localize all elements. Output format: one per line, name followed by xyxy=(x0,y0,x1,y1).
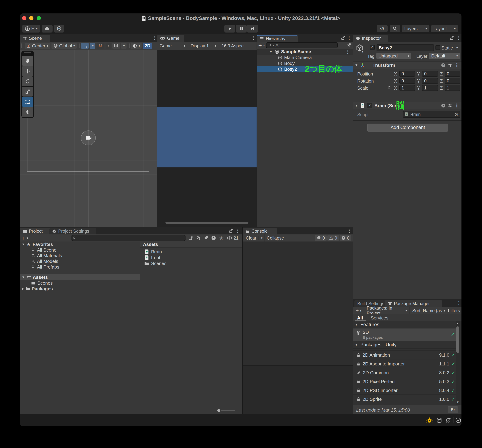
scene-viewport[interactable] xyxy=(20,50,157,227)
tree-favorites[interactable]: ▼ ★ Favorites xyxy=(20,242,140,247)
search-by-type-icon[interactable] xyxy=(196,236,201,240)
package-row-2d-pixel-perfect[interactable]: 2D Pixel Perfect 5.0.3 ✓ xyxy=(353,377,458,386)
rotate-tool-button[interactable] xyxy=(22,76,33,86)
search-by-label-icon[interactable] xyxy=(204,236,208,240)
pm-menu-kebab[interactable]: ⋮ xyxy=(456,300,461,306)
help-icon[interactable]: ? xyxy=(441,63,446,68)
foldout-open-icon[interactable]: ▼ xyxy=(355,104,358,108)
pm-unity-group-header[interactable]: ▼ Packages - Unity xyxy=(353,341,458,349)
error-count-toggle[interactable]: 0 xyxy=(340,235,351,241)
snap-increment-button[interactable] xyxy=(112,43,120,49)
package-row-2d-common[interactable]: 2D Common 8.0.2 ✓ xyxy=(353,368,458,377)
asset-item-foot[interactable]: # Foot xyxy=(140,255,242,261)
tree-assets-scenes[interactable]: Scenes xyxy=(20,280,140,286)
scale-x-field[interactable]: 1 xyxy=(399,85,415,91)
snap-increment-caret[interactable]: ▾ xyxy=(121,43,127,49)
importance-alert-icon[interactable] xyxy=(211,236,216,240)
tree-packages[interactable]: ▶ Packages xyxy=(20,286,140,291)
hidden-count-eye-icon[interactable]: 21 xyxy=(226,236,239,241)
tree-all-models[interactable]: All Models xyxy=(20,259,140,264)
clear-button[interactable]: Clear ▾ xyxy=(244,235,265,242)
static-label[interactable]: Static xyxy=(441,45,453,51)
snap-magnet-button[interactable] xyxy=(97,43,104,49)
presets-icon[interactable] xyxy=(448,103,452,108)
object-name-field[interactable]: Bosy2 xyxy=(377,44,434,51)
broken-link-icon[interactable] xyxy=(387,85,392,90)
render-mode-dropdown[interactable]: ▾ xyxy=(131,43,142,49)
pm-packages-filter-dropdown[interactable]: Packages: In Project▾ xyxy=(364,307,410,314)
tree-all-materials[interactable]: All Materials xyxy=(20,253,140,259)
project-menu-kebab[interactable]: ⋮ xyxy=(235,228,240,233)
game-menu-kebab[interactable]: ⋮ xyxy=(251,35,256,40)
tab-console[interactable]: Console xyxy=(243,228,277,235)
asset-zoom-slider-handle[interactable] xyxy=(217,409,220,412)
global-search-button[interactable] xyxy=(390,25,400,32)
scale-z-field[interactable]: 1 xyxy=(445,85,460,91)
tab-project[interactable]: Project xyxy=(20,228,53,235)
rect-tool-button[interactable] xyxy=(22,97,33,107)
camera-gizmo[interactable] xyxy=(81,131,96,145)
inspector-lock-icon[interactable] xyxy=(450,36,454,40)
drag-handle[interactable] xyxy=(128,44,130,48)
transform-kebab[interactable]: ⋮ xyxy=(454,63,459,68)
game-view-dropdown[interactable]: Game▾ xyxy=(157,42,188,50)
pm-feature-2d-row[interactable]: 2D 8 packages ✓ xyxy=(353,329,458,341)
position-x-field[interactable]: 0 xyxy=(399,71,415,77)
collapse-button[interactable]: Collapse xyxy=(265,235,286,242)
package-row-2d-psd-importer[interactable]: 2D PSD Importer 8.0.4 ✓ xyxy=(353,385,458,395)
package-row-2d-animation[interactable]: 2D Animation 9.1.0 ✓ xyxy=(353,350,458,359)
component-enabled-checkbox[interactable]: ✓ xyxy=(367,103,372,108)
warning-count-toggle[interactable]: ⚠ 0 xyxy=(327,235,339,241)
rotation-x-field[interactable]: 0 xyxy=(399,78,415,84)
tree-row-samplescene[interactable]: ▼ SampleScene ⋮ xyxy=(257,49,353,55)
active-checkbox[interactable]: ✓ xyxy=(370,45,375,50)
scale-y-field[interactable]: 1 xyxy=(422,85,438,91)
game-horizontal-scrollbar[interactable] xyxy=(165,222,249,224)
scroll-down-arrow[interactable]: ▼ xyxy=(456,401,459,404)
drag-handle[interactable] xyxy=(78,44,80,48)
tree-assets-selected[interactable]: ▼ Assets xyxy=(20,274,140,280)
aspect-dropdown[interactable]: 16:9 Aspect xyxy=(219,42,247,50)
pm-refresh-button[interactable]: ↻ xyxy=(448,406,458,413)
asset-zoom-slider-track[interactable] xyxy=(221,410,235,411)
project-search-input[interactable] xyxy=(71,235,186,241)
2d-mode-toggle[interactable]: 2D xyxy=(143,43,152,49)
status-check-icon[interactable] xyxy=(455,417,461,423)
scale-tool-button[interactable] xyxy=(22,87,33,96)
layout-dropdown[interactable]: Layout ▾ xyxy=(431,25,458,32)
pm-filters-button[interactable]: Filters xyxy=(445,307,461,314)
tree-row-main-camera[interactable]: Main Camera xyxy=(257,55,353,61)
foldout-open-icon[interactable]: ▼ xyxy=(22,275,25,279)
add-component-button[interactable]: Add Component xyxy=(367,124,448,132)
step-button[interactable] xyxy=(247,25,258,32)
tab-inspector[interactable]: Inspector xyxy=(353,35,388,42)
play-button[interactable] xyxy=(224,25,235,32)
hierarchy-lock-icon[interactable] xyxy=(341,36,345,40)
display-dropdown[interactable]: Display 1▾ xyxy=(188,42,219,50)
pause-button[interactable] xyxy=(236,25,247,32)
cloud-services-button[interactable] xyxy=(42,25,53,32)
account-button[interactable]: H ▾ xyxy=(22,25,40,32)
hierarchy-menu-kebab[interactable]: ⋮ xyxy=(347,35,352,40)
console-log-area[interactable] xyxy=(243,242,353,414)
drag-handle[interactable] xyxy=(21,44,23,48)
pm-sort-dropdown[interactable]: Sort: Name (as▾ xyxy=(410,307,446,314)
hand-tool-button[interactable] xyxy=(22,56,33,66)
tree-all-prefabs[interactable]: All Prefabs xyxy=(20,264,140,270)
object-picker-icon[interactable]: ⊙ xyxy=(454,112,458,117)
static-checkbox[interactable] xyxy=(435,45,440,50)
favorites-star-icon[interactable]: ★ xyxy=(219,235,224,241)
project-add-button[interactable]: + xyxy=(21,235,25,242)
project-add-caret[interactable]: ▾ xyxy=(27,236,28,240)
tab-project-settings[interactable]: Project Settings xyxy=(49,228,96,235)
scene-menu-kebab[interactable]: ⋮ xyxy=(152,35,157,40)
foldout-open-icon[interactable]: ▼ xyxy=(269,50,273,54)
pm-scrollbar-track[interactable]: ▲ ▼ xyxy=(456,322,460,405)
devops-button[interactable]: D xyxy=(54,25,64,32)
hierarchy-search-input[interactable]: ▾ All xyxy=(266,42,337,48)
layers-dropdown[interactable]: Layers ▾ xyxy=(402,25,429,32)
undo-history-button[interactable]: ↺ xyxy=(377,25,388,32)
snap-caret[interactable]: ▾ xyxy=(106,43,111,49)
tool-orientation-dropdown[interactable]: Global ▾ xyxy=(51,43,77,49)
asset-item-brain[interactable]: # Brain xyxy=(140,249,242,255)
